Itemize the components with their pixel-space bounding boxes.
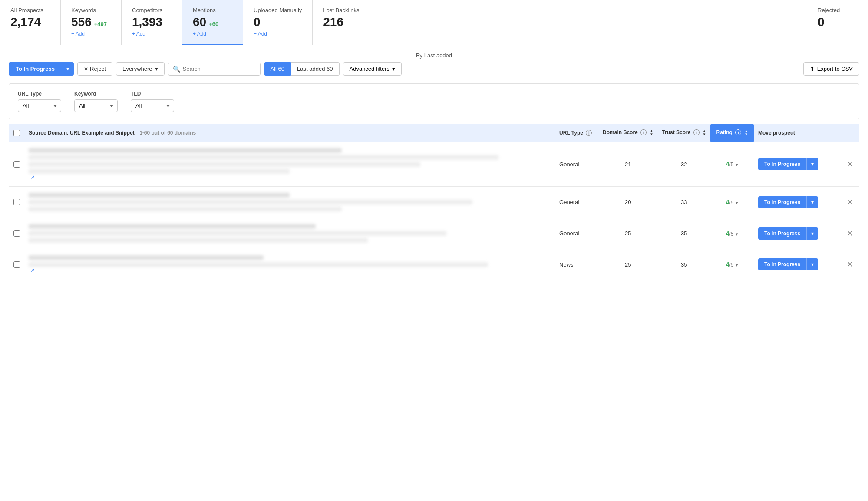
search-input[interactable] [183,66,256,72]
select-all-checkbox[interactable] [13,130,20,136]
prospects-table: Source Domain, URL Example and Snippet 1… [9,124,859,280]
stat-keywords[interactable]: Keywords 556 +497 + Add [61,0,122,45]
to-in-progress-button[interactable]: To In Progress [9,62,62,76]
everywhere-dropdown[interactable]: Everywhere ▾ [116,62,165,76]
move-dropdown-button[interactable]: ▾ [806,258,818,270]
source-cell: ↗ [24,249,555,280]
tab-all[interactable]: All 60 [264,62,291,76]
row-checkbox[interactable] [13,199,20,205]
stat-all-prospects[interactable]: All Prospects 2,174 [0,0,61,45]
trust-score-cell: 32 [657,142,710,187]
url-type-label: URL Type [18,91,61,97]
url-type-cell: General [555,218,598,249]
chevron-down-icon: ▾ [392,66,395,72]
to-in-progress-dropdown[interactable]: ▾ [62,62,74,76]
close-icon: ✕ [84,66,88,72]
row-checkbox[interactable] [13,161,20,168]
source-cell [24,218,555,249]
move-prospect-cell: To In Progress ▾ [754,218,841,249]
external-link-icon[interactable]: ↗ [30,174,35,180]
reject-button[interactable]: ✕ Reject [77,62,112,76]
rating-denom: /5 [729,262,733,268]
rating-cell: 4/5 ▾ [710,187,754,218]
rating-info-icon: i [735,129,741,135]
source-col-header: Source Domain, URL Example and Snippet 1… [24,124,555,142]
export-icon: ⬆ [810,66,815,72]
rating-chevron-icon[interactable]: ▾ [734,162,738,167]
domain-score-cell: 21 [598,142,657,187]
trust-score-col-header: Trust Score i ▲▼ [657,124,710,142]
reject-row-button[interactable]: ✕ [845,229,855,238]
move-to-in-progress-button[interactable]: To In Progress [758,196,806,208]
filter-tabs: All 60 Last added 60 [264,62,340,76]
rating-denom: /5 [729,200,733,206]
move-to-in-progress-button[interactable]: To In Progress [758,258,806,270]
reject-row-button[interactable]: ✕ [845,159,855,169]
stat-uploaded-manually[interactable]: Uploaded Manually 0 + Add [243,0,313,45]
move-prospect-cell: To In Progress ▾ [754,187,841,218]
filter-row: URL Type All General News Keyword All TL… [9,83,859,119]
trust-score-cell: 33 [657,187,710,218]
move-to-in-progress-button[interactable]: To In Progress [758,158,806,170]
rating-chevron-icon[interactable]: ▾ [734,262,738,267]
trust-score-info-icon: i [693,129,700,135]
row-checkbox[interactable] [13,261,20,268]
rating-chevron-icon[interactable]: ▾ [734,231,738,237]
table-row: ↗News25354/5 ▾ To In Progress ▾ ✕ [9,249,859,280]
stats-bar: All Prospects 2,174 Keywords 556 +497 + … [0,0,868,45]
trust-score-sort-icon[interactable]: ▲▼ [703,129,706,136]
url-type-cell: General [555,187,598,218]
search-wrap: 🔍 [168,63,261,76]
row-checkbox[interactable] [13,230,20,237]
move-prospect-col-header: Move prospect [754,124,841,142]
rating-sort-icon[interactable]: ▲▼ [745,129,748,136]
move-prospect-cell: To In Progress ▾ [754,249,841,280]
export-csv-button[interactable]: ⬆ Export to CSV [803,62,859,76]
rating-denom: /5 [729,162,733,168]
reject-action-cell: ✕ [841,218,859,249]
move-btn-group: To In Progress ▾ [758,227,836,240]
tld-select[interactable]: All [131,99,174,112]
rating-chevron-icon[interactable]: ▾ [734,200,738,205]
tab-last-added[interactable]: Last added 60 [291,62,339,76]
stat-mentions[interactable]: Mentions 60 +60 + Add [182,0,243,45]
stat-rejected[interactable]: Rejected 0 [807,0,868,45]
table-row: ↗General21324/5 ▾ To In Progress ▾ ✕ [9,142,859,187]
stat-lost-backlinks[interactable]: Lost Backlinks 216 [313,0,373,45]
move-to-in-progress-button[interactable]: To In Progress [758,227,806,240]
advanced-filters-button[interactable]: Advanced filters ▾ [343,62,402,76]
table-row: General20334/5 ▾ To In Progress ▾ ✕ [9,187,859,218]
external-link-icon[interactable]: ↗ [30,267,35,274]
tld-label: TLD [131,91,174,97]
move-btn-group: To In Progress ▾ [758,258,836,270]
reject-action-cell: ✕ [841,142,859,187]
url-type-filter: URL Type All General News [18,91,61,112]
rating-col-header: Rating i ▲▼ [710,124,754,142]
keyword-select[interactable]: All [74,99,118,112]
domain-score-cell: 25 [598,218,657,249]
move-prospect-cell: To In Progress ▾ [754,142,841,187]
reject-action-cell: ✕ [841,187,859,218]
url-type-info-icon: i [586,130,592,136]
source-cell [24,187,555,218]
domain-score-sort-icon[interactable]: ▲▼ [650,129,653,136]
trust-score-cell: 35 [657,249,710,280]
reject-row-button[interactable]: ✕ [845,198,855,207]
keyword-filter: Keyword All [74,91,118,112]
move-dropdown-button[interactable]: ▾ [806,158,818,170]
move-dropdown-button[interactable]: ▾ [806,227,818,240]
tld-filter: TLD All [131,91,174,112]
url-type-col-header: URL Type i [555,124,598,142]
stat-competitors[interactable]: Competitors 1,393 + Add [122,0,182,45]
url-type-cell: News [555,249,598,280]
move-btn-group: To In Progress ▾ [758,158,836,170]
url-type-select[interactable]: All General News [18,99,61,112]
search-icon: 🔍 [173,66,180,73]
move-dropdown-button[interactable]: ▾ [806,196,818,208]
reject-row-button[interactable]: ✕ [845,260,855,269]
url-type-cell: General [555,142,598,187]
prospects-table-wrapper: Source Domain, URL Example and Snippet 1… [9,124,859,280]
source-cell: ↗ [24,142,555,187]
trust-score-cell: 35 [657,218,710,249]
toolbar: To In Progress ▾ ✕ Reject Everywhere ▾ 🔍… [9,62,859,76]
